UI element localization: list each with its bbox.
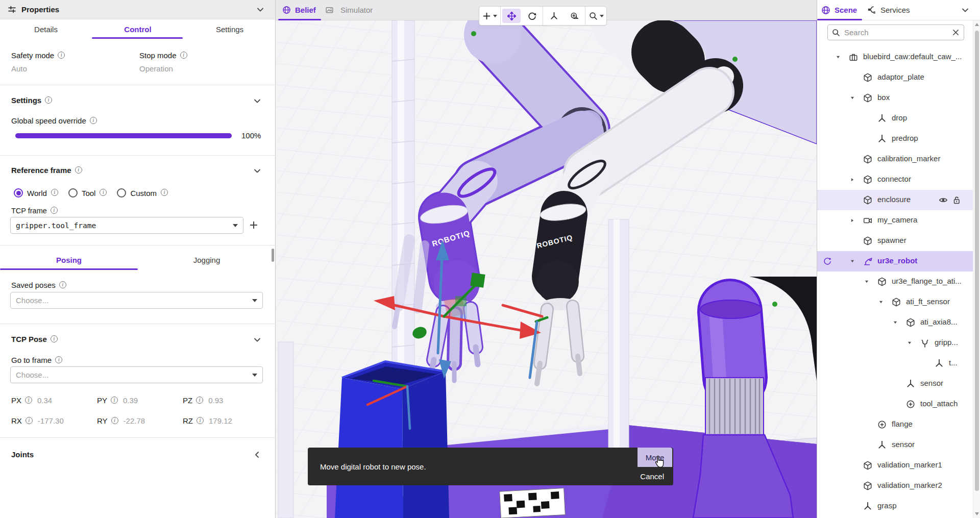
- orbit-tool-button[interactable]: [523, 9, 541, 23]
- tree-row-validation-marker2[interactable]: validation_marker2: [817, 476, 973, 496]
- info-icon[interactable]: [111, 397, 118, 404]
- radio-icon[interactable]: [14, 188, 23, 198]
- tree-row-predrop[interactable]: predrop: [817, 129, 973, 149]
- info-icon[interactable]: [25, 397, 32, 404]
- info-icon[interactable]: [55, 356, 62, 363]
- divider: [0, 245, 276, 245]
- scroll-down-icon[interactable]: [975, 512, 979, 515]
- caret-down-icon[interactable]: [907, 340, 912, 346]
- tree-row-t[interactable]: t...: [817, 353, 973, 374]
- tab-services[interactable]: Services: [867, 0, 918, 20]
- scrollbar-thumb[interactable]: [975, 31, 979, 491]
- info-icon[interactable]: [197, 417, 204, 424]
- tree-row-connector[interactable]: connector: [817, 169, 973, 190]
- tree-row-ati-axia8[interactable]: ati_axia8...: [817, 312, 973, 333]
- robot-icon: [863, 257, 872, 266]
- zoom-tool-button[interactable]: [587, 9, 605, 23]
- info-icon[interactable]: [51, 189, 58, 196]
- panel-chevron-icon[interactable]: [961, 6, 969, 14]
- tree-row-my-camera[interactable]: my_camera: [817, 210, 973, 231]
- tcp-frame-select[interactable]: gripper.tool_frame: [10, 217, 243, 234]
- tree-row-sensor[interactable]: sensor: [817, 374, 973, 394]
- 3d-scene[interactable]: ROBOTIQ: [276, 20, 817, 518]
- tree-row-label: box: [877, 93, 890, 102]
- settings-collapse-icon[interactable]: [253, 97, 261, 105]
- radio-icon[interactable]: [68, 188, 78, 198]
- eye-icon[interactable]: [939, 195, 948, 205]
- tree-row-flange[interactable]: flange: [817, 414, 973, 435]
- caret-down-icon[interactable]: [893, 320, 898, 325]
- caret-right-icon[interactable]: [850, 218, 855, 223]
- left-panel-scrollbar[interactable]: [272, 249, 274, 262]
- caret-down-icon[interactable]: [850, 95, 855, 101]
- right-panel-scrollbar[interactable]: [973, 20, 980, 518]
- tab-belief[interactable]: Belief: [278, 0, 321, 20]
- tab-settings[interactable]: Settings: [184, 19, 276, 39]
- info-icon[interactable]: [90, 117, 97, 124]
- info-icon[interactable]: [26, 417, 33, 424]
- caret-down-icon[interactable]: [850, 259, 855, 264]
- caret-down-icon[interactable]: [836, 55, 841, 60]
- lock-icon[interactable]: [952, 195, 961, 205]
- tab-simulator[interactable]: Simulator: [324, 0, 380, 20]
- sync-icon[interactable]: [823, 257, 831, 265]
- search-box[interactable]: Search: [827, 24, 964, 40]
- tab-jogging[interactable]: Jogging: [138, 251, 276, 268]
- info-icon[interactable]: [100, 189, 107, 196]
- tree-row-validation-marker1[interactable]: validation_marker1: [817, 455, 973, 476]
- info-icon[interactable]: [111, 417, 118, 424]
- frame-tool-button[interactable]: [545, 9, 563, 23]
- saved-poses-select[interactable]: Choose...: [10, 292, 263, 309]
- tree-row-gripp[interactable]: gripp...: [817, 333, 973, 353]
- tree-row-tool-attach[interactable]: tool_attach: [817, 394, 973, 414]
- radio-icon[interactable]: [117, 188, 126, 198]
- tab-scene[interactable]: Scene: [821, 0, 862, 20]
- info-icon[interactable]: [196, 397, 203, 404]
- tree-row-box[interactable]: box: [817, 88, 973, 108]
- measure-tool-button[interactable]: [565, 9, 583, 23]
- clear-search-icon[interactable]: [952, 29, 960, 36]
- tree-row-grasp[interactable]: grasp: [817, 496, 973, 516]
- tree-row-calibration-marker[interactable]: calibration_marker: [817, 149, 973, 169]
- cancel-button[interactable]: Cancel: [637, 471, 667, 482]
- divider: [0, 155, 276, 156]
- goto-frame-select[interactable]: Choose...: [10, 366, 263, 383]
- move-tool-button[interactable]: [502, 9, 521, 23]
- info-icon[interactable]: [75, 166, 82, 174]
- reference-frame-collapse-icon[interactable]: [253, 167, 261, 175]
- joints-expand-icon[interactable]: [253, 451, 261, 459]
- caret-down-icon[interactable]: [864, 279, 869, 284]
- caret-right-icon[interactable]: [850, 177, 855, 182]
- info-icon[interactable]: [59, 281, 66, 288]
- info-icon[interactable]: [58, 52, 65, 59]
- plus-tool-button[interactable]: [480, 9, 499, 23]
- speed-slider[interactable]: [15, 133, 232, 138]
- radio-tool[interactable]: Tool: [68, 188, 107, 198]
- tree-row-sensor[interactable]: sensor: [817, 435, 973, 455]
- tree-row-drop[interactable]: drop: [817, 108, 973, 129]
- tab-control[interactable]: Control: [92, 19, 184, 39]
- tree-row-ur3e-robot[interactable]: ur3e_robot: [817, 251, 973, 272]
- tab-details[interactable]: Details: [0, 19, 92, 39]
- scroll-up-icon[interactable]: [975, 23, 979, 26]
- info-icon[interactable]: [51, 207, 58, 214]
- add-tcp-frame-button[interactable]: [249, 220, 258, 230]
- radio-custom[interactable]: Custom: [117, 188, 168, 198]
- info-icon[interactable]: [180, 52, 187, 59]
- collapse-panel-icon[interactable]: [256, 6, 264, 14]
- tree-row-ati-ft-sensor[interactable]: ati_ft_sensor: [817, 292, 973, 312]
- tree-row-spawner[interactable]: spawner: [817, 231, 973, 251]
- info-icon[interactable]: [45, 96, 52, 104]
- tcp-pose-collapse-icon[interactable]: [253, 336, 261, 344]
- caret-down-icon[interactable]: [878, 300, 884, 305]
- tree-row-bluebird-caw-default-caw[interactable]: bluebird_caw:default_caw_...: [817, 47, 973, 67]
- tree-row-ur3e-flange-to-ati[interactable]: ur3e_flange_to_ati...: [817, 272, 973, 292]
- caret-down-icon[interactable]: [600, 15, 604, 17]
- tree-row-adaptor-plate[interactable]: adaptor_plate: [817, 67, 973, 88]
- info-icon[interactable]: [51, 335, 58, 342]
- radio-world[interactable]: World: [14, 188, 58, 198]
- tree-row-enclosure[interactable]: enclosure: [817, 190, 973, 210]
- info-icon[interactable]: [161, 189, 168, 196]
- tab-posing[interactable]: Posing: [0, 251, 138, 268]
- caret-down-icon[interactable]: [493, 15, 497, 17]
